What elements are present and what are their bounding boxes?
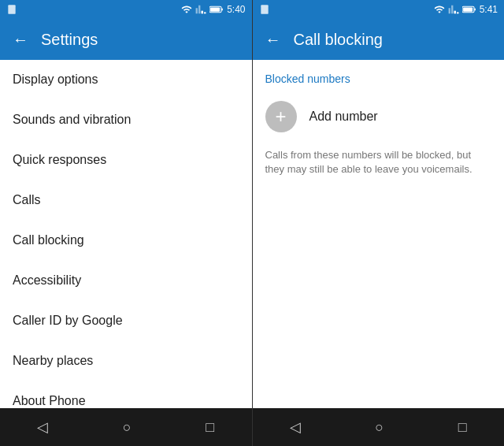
left-status-bar: 5:40 (0, 0, 252, 19)
right-sim-icon (259, 4, 270, 15)
right-status-icons: 5:41 (434, 4, 498, 15)
settings-menu: Display options Sounds and vibration Qui… (0, 60, 252, 408)
add-number-label: Add number (309, 110, 378, 124)
left-nav-bar: ◁ ○ □ (0, 408, 252, 446)
signal-icon (195, 4, 206, 15)
right-status-bar: 5:41 (253, 0, 505, 19)
right-title: Call blocking (294, 31, 383, 49)
right-battery-icon (462, 4, 476, 15)
menu-item-caller-id[interactable]: Caller ID by Google (0, 301, 252, 341)
svg-rect-4 (261, 5, 268, 14)
menu-item-about-phone[interactable]: About Phone (0, 381, 252, 408)
left-title: Settings (41, 31, 98, 49)
battery-icon (209, 4, 224, 15)
wifi-icon (181, 4, 192, 15)
right-wifi-icon (434, 4, 445, 15)
add-number-row[interactable]: + Add number (253, 91, 505, 142)
menu-item-quick-responses[interactable]: Quick responses (0, 140, 252, 180)
menu-item-accessibility[interactable]: Accessibility (0, 261, 252, 301)
menu-item-display-options[interactable]: Display options (0, 60, 252, 100)
left-panel: 5:40 ← Settings Display options Sounds a… (0, 0, 252, 446)
menu-item-nearby-places[interactable]: Nearby places (0, 341, 252, 381)
left-status-icons: 5:40 (181, 4, 245, 15)
left-app-bar: ← Settings (0, 19, 252, 60)
left-nav-back[interactable]: ◁ (31, 412, 54, 442)
blocked-numbers-link[interactable]: Blocked numbers (253, 60, 505, 91)
svg-rect-7 (474, 9, 476, 11)
svg-rect-2 (210, 7, 220, 11)
left-back-button[interactable]: ← (13, 31, 28, 49)
right-nav-back[interactable]: ◁ (284, 412, 307, 442)
menu-item-call-blocking[interactable]: Call blocking (0, 221, 252, 261)
left-nav-recents[interactable]: □ (199, 413, 220, 442)
right-app-bar: ← Call blocking (253, 19, 505, 60)
right-panel: 5:41 ← Call blocking Blocked numbers + A… (253, 0, 505, 446)
info-text: Calls from these numbers will be blocked… (253, 142, 505, 183)
call-blocking-content: Blocked numbers + Add number Calls from … (253, 60, 505, 408)
svg-rect-0 (8, 5, 15, 14)
right-nav-bar: ◁ ○ □ (253, 408, 505, 446)
sim-icon (6, 4, 17, 15)
menu-item-sounds-vibration[interactable]: Sounds and vibration (0, 100, 252, 140)
right-time: 5:41 (480, 4, 498, 15)
add-number-icon: + (265, 101, 297, 132)
right-nav-recents[interactable]: □ (452, 413, 473, 442)
left-nav-home[interactable]: ○ (117, 413, 138, 442)
left-time: 5:40 (227, 4, 245, 15)
plus-icon: + (275, 106, 286, 128)
svg-rect-3 (222, 9, 224, 11)
right-signal-icon (448, 4, 459, 15)
right-status-left (259, 4, 270, 15)
left-status-left (6, 4, 17, 15)
right-back-button[interactable]: ← (265, 31, 281, 49)
svg-rect-6 (463, 7, 472, 11)
right-nav-home[interactable]: ○ (369, 413, 390, 442)
menu-item-calls[interactable]: Calls (0, 180, 252, 221)
